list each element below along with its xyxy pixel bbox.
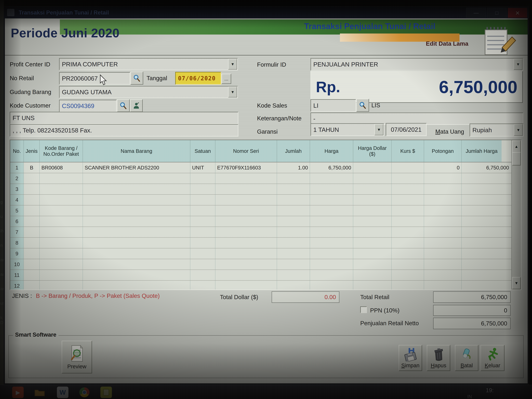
table-cell[interactable]	[310, 270, 353, 280]
table-cell[interactable]	[310, 184, 353, 194]
keluar-button[interactable]: Keluar	[481, 345, 505, 371]
table-cell[interactable]	[277, 195, 310, 205]
table-row[interactable]: 12	[10, 281, 512, 290]
table-cell[interactable]	[40, 184, 83, 194]
table-cell[interactable]	[190, 184, 215, 194]
table-row[interactable]: 11	[10, 270, 512, 281]
column-header[interactable]: Satuan	[190, 140, 215, 162]
table-cell[interactable]	[40, 205, 83, 216]
table-cell[interactable]	[277, 173, 310, 184]
chevron-down-icon[interactable]: ▼	[374, 124, 383, 135]
formulir-id-select[interactable]: PENJUALAN PRINTER ▼	[310, 58, 523, 71]
scroll-up-button[interactable]: ▲	[512, 140, 521, 153]
table-cell[interactable]	[24, 205, 40, 216]
table-cell[interactable]	[40, 259, 83, 270]
column-header[interactable]: Harga	[310, 140, 353, 162]
table-cell[interactable]	[24, 227, 40, 237]
table-row[interactable]: 9	[10, 248, 512, 259]
table-cell[interactable]: 10	[10, 259, 24, 270]
kode-customer-input[interactable]: CS0094369	[59, 100, 117, 112]
no-retail-search-button[interactable]	[130, 72, 143, 85]
table-cell[interactable]	[424, 216, 462, 227]
column-header[interactable]: Nama Barang	[83, 140, 190, 162]
table-cell[interactable]	[83, 259, 190, 270]
table-cell[interactable]	[215, 281, 277, 290]
table-cell[interactable]	[215, 184, 277, 194]
column-header[interactable]: Potongan	[424, 140, 462, 162]
table-cell[interactable]	[424, 270, 462, 280]
table-cell[interactable]	[353, 248, 392, 259]
table-cell[interactable]: 1.00	[277, 162, 310, 173]
table-cell[interactable]	[310, 227, 353, 237]
preview-button[interactable]: Preview	[62, 341, 92, 374]
table-cell[interactable]: BR00608	[40, 162, 83, 173]
table-cell[interactable]: 6,750,000	[462, 162, 511, 173]
table-cell[interactable]: SCANNER BROTHER ADS2200	[83, 162, 190, 173]
table-cell[interactable]	[353, 184, 392, 194]
table-cell[interactable]	[424, 248, 462, 259]
edit-data-lama-label[interactable]: Edit Data Lama	[426, 40, 468, 47]
table-cell[interactable]	[215, 270, 277, 280]
table-cell[interactable]	[83, 238, 190, 248]
garansi-until-input[interactable]: 07/06/2021	[386, 123, 427, 136]
table-cell[interactable]	[424, 227, 462, 237]
table-row[interactable]: 6	[10, 216, 512, 227]
table-cell[interactable]	[190, 248, 215, 259]
scrollbar-thumb[interactable]	[512, 152, 521, 165]
table-cell[interactable]	[40, 248, 83, 259]
table-cell[interactable]	[277, 248, 310, 259]
table-cell[interactable]	[424, 281, 462, 290]
table-cell[interactable]	[277, 281, 310, 290]
word-icon[interactable]: W	[57, 386, 68, 398]
table-cell[interactable]	[424, 238, 462, 248]
table-cell[interactable]	[353, 238, 392, 248]
hapus-button[interactable]: Hapus	[427, 345, 450, 371]
table-cell[interactable]	[190, 259, 215, 270]
scroll-down-button[interactable]: ▼	[512, 277, 521, 289]
table-cell[interactable]	[83, 205, 190, 216]
table-cell[interactable]	[190, 281, 215, 290]
table-cell[interactable]: 11	[10, 270, 24, 280]
table-cell[interactable]	[310, 259, 353, 270]
customer-person-button[interactable]	[130, 99, 143, 112]
table-cell[interactable]	[392, 205, 424, 216]
table-cell[interactable]	[83, 195, 190, 205]
maximize-button[interactable]: □	[487, 8, 507, 18]
chevron-down-icon[interactable]: ▼	[514, 124, 523, 136]
table-row[interactable]: 3	[10, 184, 512, 195]
chevron-down-icon[interactable]: ▼	[228, 87, 237, 97]
table-cell[interactable]	[392, 270, 424, 280]
table-cell[interactable]	[24, 195, 40, 205]
table-cell[interactable]	[462, 184, 511, 194]
table-cell[interactable]	[190, 173, 215, 184]
batal-button[interactable]: Batal	[455, 345, 478, 371]
table-cell[interactable]	[310, 173, 353, 184]
table-cell[interactable]	[215, 195, 277, 205]
column-header[interactable]: Jumlah	[277, 140, 310, 162]
table-cell[interactable]	[462, 227, 511, 237]
table-cell[interactable]	[215, 248, 277, 259]
table-cell[interactable]	[215, 216, 277, 227]
table-cell[interactable]	[40, 270, 83, 280]
table-cell[interactable]: 6	[10, 216, 24, 227]
table-cell[interactable]	[277, 216, 310, 227]
chevron-down-icon[interactable]: ▼	[228, 59, 237, 70]
table-cell[interactable]	[40, 173, 83, 184]
table-cell[interactable]	[310, 195, 353, 205]
table-cell[interactable]	[353, 227, 392, 237]
column-header[interactable]: Kurs $	[392, 140, 424, 162]
table-cell[interactable]	[190, 195, 215, 205]
table-cell[interactable]	[24, 248, 40, 259]
table-cell[interactable]	[215, 173, 277, 184]
table-cell[interactable]	[24, 173, 40, 184]
table-cell[interactable]	[392, 173, 424, 184]
table-cell[interactable]: 9	[10, 248, 24, 259]
table-cell[interactable]	[424, 184, 462, 194]
notepad-pencil-icon[interactable]	[480, 25, 519, 57]
table-cell[interactable]	[353, 281, 392, 290]
simpan-button[interactable]: Simpan	[399, 345, 422, 371]
minimize-button[interactable]: —	[466, 8, 486, 18]
table-cell[interactable]	[24, 216, 40, 227]
table-cell[interactable]	[424, 205, 462, 216]
no-retail-input[interactable]: PR20060067	[59, 72, 130, 85]
